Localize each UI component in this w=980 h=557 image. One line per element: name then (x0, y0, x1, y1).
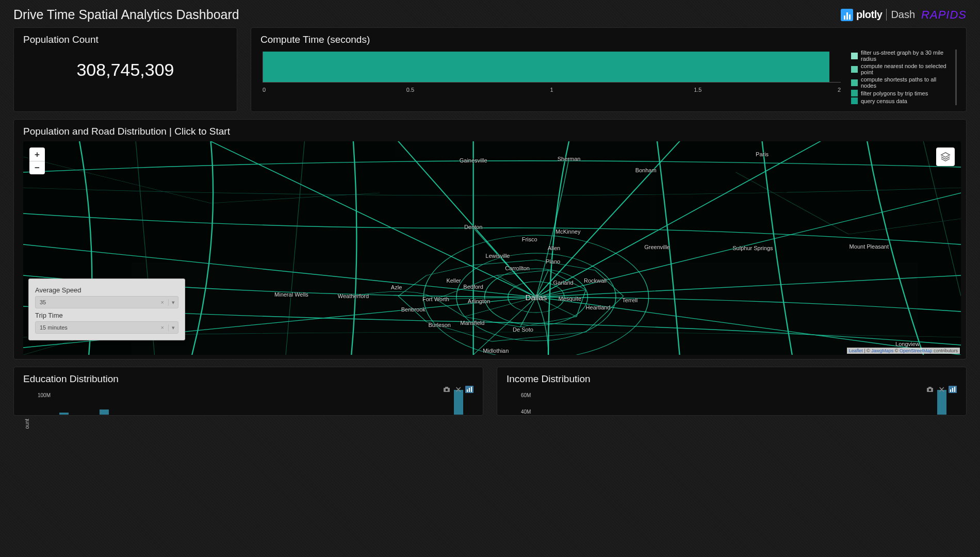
clear-icon[interactable]: × (159, 299, 166, 305)
page-title: Drive Time Spatial Analytics Dashboard (13, 7, 239, 22)
avg-speed-label: Average Speed (35, 286, 178, 294)
legend-label: filter polygons by trip times (861, 90, 928, 96)
svg-rect-14 (952, 388, 953, 392)
chevron-down-icon[interactable]: ▾ (168, 324, 175, 331)
legend-label: query census data (861, 98, 907, 104)
svg-rect-7 (467, 389, 468, 392)
rapids-logo: RAPIDS (921, 8, 967, 22)
autoscale-icon[interactable] (465, 386, 473, 393)
close-axes-icon[interactable]: ✕ (454, 386, 462, 393)
y-tick: 40M (521, 409, 531, 415)
svg-rect-15 (954, 387, 955, 392)
layers-icon (940, 151, 951, 162)
autoscale-icon[interactable] (949, 386, 957, 393)
compute-legend: filter us-street graph by a 30 mile radi… (851, 50, 957, 105)
camera-icon[interactable] (926, 386, 934, 393)
legend-swatch-icon (851, 97, 858, 104)
legend-swatch-icon (851, 79, 858, 86)
legend-swatch-icon (851, 66, 858, 73)
legend-label: compute shortests paths to all nodes (861, 76, 952, 89)
trip-time-label: Trip Time (35, 312, 178, 319)
map-settings-panel: Average Speed 35 × ▾ Trip Time 15 minute… (28, 278, 185, 340)
plotly-bars-icon (841, 9, 853, 21)
legend-swatch-icon (851, 90, 858, 96)
clear-icon[interactable]: × (159, 324, 166, 331)
compute-bar-fill (263, 52, 829, 82)
plotly-modebar: ✕ (443, 386, 473, 393)
education-card-title: Education Distribution (23, 373, 473, 385)
svg-point-6 (446, 389, 448, 391)
population-card: Population Count 308,745,309 (13, 27, 237, 112)
avg-speed-value: 35 (40, 299, 159, 305)
income-card: Income Distribution ✕ 60M 40M (497, 367, 967, 416)
chevron-down-icon[interactable]: ▾ (168, 299, 175, 306)
plotly-dash-logo: plotly Dash (841, 9, 915, 21)
svg-rect-9 (471, 387, 472, 392)
close-axes-icon[interactable]: ✕ (937, 386, 945, 393)
avg-speed-select[interactable]: 35 × ▾ (35, 296, 178, 308)
svg-point-12 (929, 389, 932, 391)
svg-rect-8 (469, 388, 470, 392)
zoom-control: + − (29, 148, 45, 174)
plotly-word: plotly (856, 9, 882, 21)
layers-button[interactable] (936, 148, 955, 166)
legend-swatch-icon (851, 53, 858, 59)
education-card: Education Distribution ✕ ount 100M (13, 367, 483, 416)
dash-word: Dash (886, 9, 915, 21)
map-card: Population and Road Distribution | Click… (13, 119, 967, 359)
svg-rect-5 (445, 387, 448, 388)
income-card-title: Income Distribution (507, 373, 957, 385)
svg-rect-13 (950, 389, 951, 392)
camera-icon[interactable] (443, 386, 451, 393)
map-card-title: Population and Road Distribution | Click… (23, 126, 961, 137)
plotly-modebar: ✕ (926, 386, 957, 393)
map-attribution: Leaflet | © JawgMaps © OpenStreetMap con… (847, 348, 960, 354)
svg-rect-11 (928, 387, 932, 388)
compute-x-axis: 0 0.5 1 1.5 2 (263, 87, 841, 93)
education-chart[interactable]: ount 100M (23, 389, 473, 415)
legend-label: compute nearest node to selected point (861, 63, 952, 75)
population-card-title: Population Count (23, 34, 227, 45)
legend-label: filter us-street graph by a 30 mile radi… (861, 50, 952, 62)
trip-time-select[interactable]: 15 minutes × ▾ (35, 321, 178, 334)
map-area[interactable]: DallasFort WorthArlingtonPlanoFriscoMcKi… (23, 141, 961, 355)
logo-group: plotly Dash RAPIDS (841, 8, 967, 22)
zoom-out-button[interactable]: − (29, 161, 45, 174)
compute-card-title: Compute Time (seconds) (260, 34, 957, 45)
income-chart[interactable]: 60M 40M (507, 389, 957, 415)
zoom-in-button[interactable]: + (29, 148, 45, 161)
y-axis-label: ount (24, 419, 30, 429)
y-tick: 100M (38, 392, 51, 398)
compute-time-card: Compute Time (seconds) 0 0.5 1 1.5 2 fil… (251, 27, 967, 112)
compute-bar-chart[interactable]: 0 0.5 1 1.5 2 (260, 50, 841, 105)
trip-time-value: 15 minutes (40, 324, 159, 331)
y-tick: 60M (521, 392, 531, 398)
population-count-value: 308,745,309 (23, 50, 227, 92)
